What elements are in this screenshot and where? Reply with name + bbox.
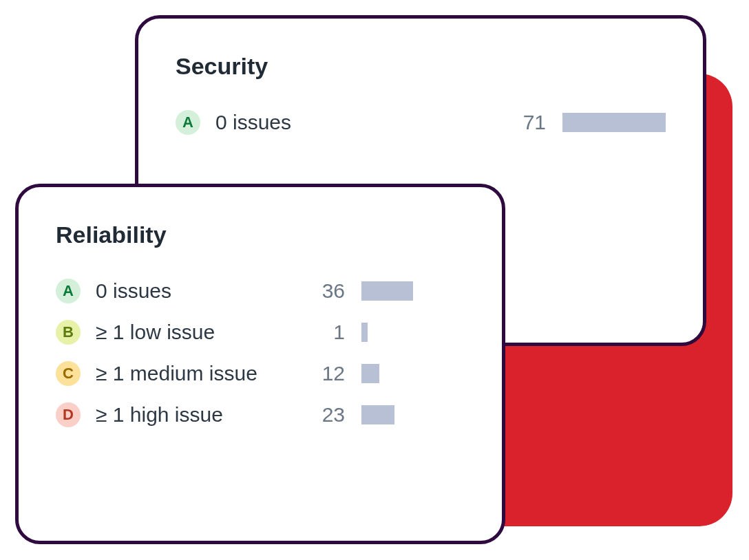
reliability-row-a[interactable]: A 0 issues 36 bbox=[56, 279, 465, 303]
grade-badge-a-icon: A bbox=[56, 279, 81, 303]
grade-count: 36 bbox=[304, 279, 345, 303]
reliability-card-title: Reliability bbox=[56, 222, 465, 248]
security-row-a[interactable]: A 0 issues 71 bbox=[176, 110, 666, 135]
bar-fill bbox=[361, 281, 413, 301]
grade-badge-b-icon: B bbox=[56, 320, 81, 345]
reliability-card: Reliability A 0 issues 36 B ≥ 1 low issu… bbox=[15, 184, 505, 544]
reliability-row-d[interactable]: D ≥ 1 high issue 23 bbox=[56, 402, 465, 427]
grade-count: 1 bbox=[304, 321, 345, 344]
reliability-row-c[interactable]: C ≥ 1 medium issue 12 bbox=[56, 361, 465, 386]
bar-fill bbox=[361, 405, 394, 424]
grade-label: 0 issues bbox=[96, 279, 304, 303]
grade-label: ≥ 1 high issue bbox=[96, 403, 304, 427]
grade-label: ≥ 1 low issue bbox=[96, 321, 304, 344]
grade-badge-c-icon: C bbox=[56, 361, 81, 386]
grade-badge-a-icon: A bbox=[176, 110, 200, 135]
bar-fill bbox=[361, 364, 379, 383]
grade-count: 71 bbox=[505, 111, 546, 134]
grade-label: ≥ 1 medium issue bbox=[96, 362, 304, 385]
bar-track bbox=[361, 405, 465, 424]
bar-track bbox=[361, 323, 465, 342]
grade-label: 0 issues bbox=[215, 111, 505, 134]
grade-badge-d-icon: D bbox=[56, 402, 81, 427]
grade-count: 23 bbox=[304, 403, 345, 427]
reliability-row-b[interactable]: B ≥ 1 low issue 1 bbox=[56, 320, 465, 345]
bar-fill bbox=[361, 323, 368, 342]
grade-count: 12 bbox=[304, 362, 345, 385]
bar-track bbox=[361, 281, 465, 301]
bar-track bbox=[361, 364, 465, 383]
bar-fill bbox=[562, 113, 666, 132]
security-card-title: Security bbox=[176, 53, 666, 80]
bar-track bbox=[562, 113, 666, 132]
